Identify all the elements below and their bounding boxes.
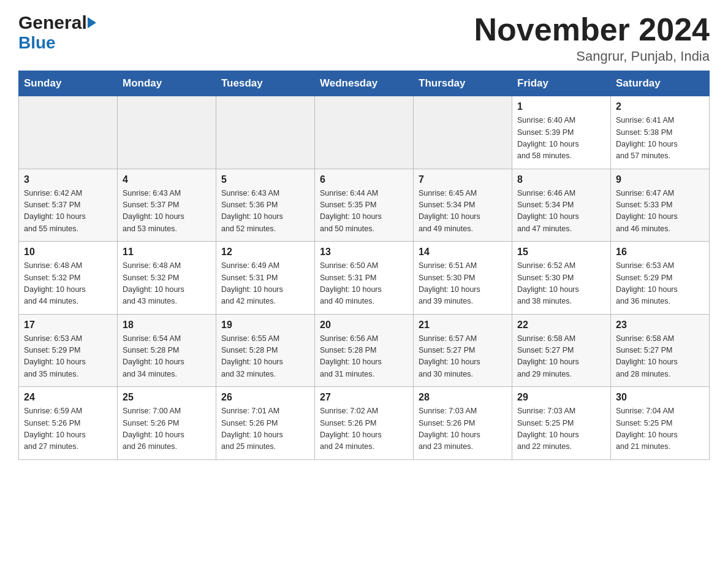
calendar-cell: 26Sunrise: 7:01 AM Sunset: 5:26 PM Dayli… bbox=[216, 387, 315, 460]
calendar-cell: 6Sunrise: 6:44 AM Sunset: 5:35 PM Daylig… bbox=[315, 169, 414, 242]
day-info: Sunrise: 7:01 AM Sunset: 5:26 PM Dayligh… bbox=[221, 405, 309, 453]
logo-blue-text: Blue bbox=[18, 33, 56, 53]
calendar-cell: 2Sunrise: 6:41 AM Sunset: 5:38 PM Daylig… bbox=[611, 96, 710, 169]
day-info: Sunrise: 6:42 AM Sunset: 5:37 PM Dayligh… bbox=[24, 188, 112, 236]
calendar-cell: 23Sunrise: 6:58 AM Sunset: 5:27 PM Dayli… bbox=[611, 314, 710, 387]
calendar-cell: 3Sunrise: 6:42 AM Sunset: 5:37 PM Daylig… bbox=[19, 169, 118, 242]
calendar-cell: 30Sunrise: 7:04 AM Sunset: 5:25 PM Dayli… bbox=[611, 387, 710, 460]
day-info: Sunrise: 6:58 AM Sunset: 5:27 PM Dayligh… bbox=[616, 333, 704, 381]
day-info: Sunrise: 6:43 AM Sunset: 5:37 PM Dayligh… bbox=[123, 188, 211, 236]
calendar-cell bbox=[19, 96, 118, 169]
day-info: Sunrise: 6:48 AM Sunset: 5:32 PM Dayligh… bbox=[123, 260, 211, 308]
calendar-cell: 4Sunrise: 6:43 AM Sunset: 5:37 PM Daylig… bbox=[118, 169, 216, 242]
day-info: Sunrise: 6:40 AM Sunset: 5:39 PM Dayligh… bbox=[517, 115, 605, 163]
day-number: 17 bbox=[24, 320, 112, 331]
day-info: Sunrise: 6:49 AM Sunset: 5:31 PM Dayligh… bbox=[221, 260, 309, 308]
day-info: Sunrise: 6:53 AM Sunset: 5:29 PM Dayligh… bbox=[24, 333, 112, 381]
calendar-cell: 7Sunrise: 6:45 AM Sunset: 5:34 PM Daylig… bbox=[414, 169, 512, 242]
day-number: 29 bbox=[517, 392, 605, 403]
weekday-header-sunday: Sunday bbox=[19, 71, 118, 96]
day-number: 12 bbox=[221, 247, 309, 258]
calendar-cell: 18Sunrise: 6:54 AM Sunset: 5:28 PM Dayli… bbox=[118, 314, 216, 387]
day-number: 13 bbox=[320, 247, 408, 258]
month-year-title: November 2024 bbox=[474, 12, 710, 47]
calendar-cell: 22Sunrise: 6:58 AM Sunset: 5:27 PM Dayli… bbox=[512, 314, 611, 387]
day-info: Sunrise: 6:45 AM Sunset: 5:34 PM Dayligh… bbox=[419, 188, 507, 236]
weekday-header-thursday: Thursday bbox=[414, 71, 512, 96]
calendar-cell: 11Sunrise: 6:48 AM Sunset: 5:32 PM Dayli… bbox=[118, 242, 216, 315]
day-number: 6 bbox=[320, 174, 408, 185]
calendar-cell: 28Sunrise: 7:03 AM Sunset: 5:26 PM Dayli… bbox=[414, 387, 512, 460]
day-number: 5 bbox=[221, 174, 309, 185]
day-number: 15 bbox=[517, 247, 605, 258]
calendar-cell: 20Sunrise: 6:56 AM Sunset: 5:28 PM Dayli… bbox=[315, 314, 414, 387]
logo: General Blue bbox=[18, 12, 96, 53]
day-info: Sunrise: 6:53 AM Sunset: 5:29 PM Dayligh… bbox=[616, 260, 704, 308]
day-number: 2 bbox=[616, 101, 704, 112]
day-number: 9 bbox=[616, 174, 704, 185]
calendar-week-row: 17Sunrise: 6:53 AM Sunset: 5:29 PM Dayli… bbox=[19, 314, 710, 387]
weekday-header-wednesday: Wednesday bbox=[315, 71, 414, 96]
calendar-cell bbox=[414, 96, 512, 169]
weekday-header-friday: Friday bbox=[512, 71, 611, 96]
page-header: General Blue November 2024 Sangrur, Punj… bbox=[18, 12, 710, 64]
day-info: Sunrise: 7:00 AM Sunset: 5:26 PM Dayligh… bbox=[123, 405, 211, 453]
day-info: Sunrise: 6:50 AM Sunset: 5:31 PM Dayligh… bbox=[320, 260, 408, 308]
calendar-cell bbox=[118, 96, 216, 169]
day-number: 16 bbox=[616, 247, 704, 258]
logo-general-text: General bbox=[18, 12, 87, 33]
day-number: 3 bbox=[24, 174, 112, 185]
day-number: 8 bbox=[517, 174, 605, 185]
calendar-cell: 27Sunrise: 7:02 AM Sunset: 5:26 PM Dayli… bbox=[315, 387, 414, 460]
calendar-cell: 16Sunrise: 6:53 AM Sunset: 5:29 PM Dayli… bbox=[611, 242, 710, 315]
calendar-cell: 15Sunrise: 6:52 AM Sunset: 5:30 PM Dayli… bbox=[512, 242, 611, 315]
day-info: Sunrise: 6:41 AM Sunset: 5:38 PM Dayligh… bbox=[616, 115, 704, 163]
day-number: 27 bbox=[320, 392, 408, 403]
day-number: 1 bbox=[517, 101, 605, 112]
day-info: Sunrise: 7:02 AM Sunset: 5:26 PM Dayligh… bbox=[320, 405, 408, 453]
calendar-week-row: 3Sunrise: 6:42 AM Sunset: 5:37 PM Daylig… bbox=[19, 169, 710, 242]
day-info: Sunrise: 6:51 AM Sunset: 5:30 PM Dayligh… bbox=[419, 260, 507, 308]
day-number: 26 bbox=[221, 392, 309, 403]
weekday-header-row: SundayMondayTuesdayWednesdayThursdayFrid… bbox=[19, 71, 710, 96]
day-number: 21 bbox=[419, 320, 507, 331]
day-info: Sunrise: 6:47 AM Sunset: 5:33 PM Dayligh… bbox=[616, 188, 704, 236]
day-number: 25 bbox=[123, 392, 211, 403]
day-info: Sunrise: 6:48 AM Sunset: 5:32 PM Dayligh… bbox=[24, 260, 112, 308]
calendar-cell: 17Sunrise: 6:53 AM Sunset: 5:29 PM Dayli… bbox=[19, 314, 118, 387]
title-section: November 2024 Sangrur, Punjab, India bbox=[474, 12, 710, 64]
day-info: Sunrise: 6:44 AM Sunset: 5:35 PM Dayligh… bbox=[320, 188, 408, 236]
day-info: Sunrise: 6:43 AM Sunset: 5:36 PM Dayligh… bbox=[221, 188, 309, 236]
calendar-cell: 9Sunrise: 6:47 AM Sunset: 5:33 PM Daylig… bbox=[611, 169, 710, 242]
day-number: 11 bbox=[123, 247, 211, 258]
calendar-cell: 24Sunrise: 6:59 AM Sunset: 5:26 PM Dayli… bbox=[19, 387, 118, 460]
day-info: Sunrise: 6:54 AM Sunset: 5:28 PM Dayligh… bbox=[123, 333, 211, 381]
day-info: Sunrise: 7:03 AM Sunset: 5:26 PM Dayligh… bbox=[419, 405, 507, 453]
day-number: 22 bbox=[517, 320, 605, 331]
day-number: 18 bbox=[123, 320, 211, 331]
calendar-table: SundayMondayTuesdayWednesdayThursdayFrid… bbox=[18, 71, 710, 460]
day-number: 24 bbox=[24, 392, 112, 403]
day-number: 4 bbox=[123, 174, 211, 185]
day-info: Sunrise: 7:04 AM Sunset: 5:25 PM Dayligh… bbox=[616, 405, 704, 453]
calendar-cell: 12Sunrise: 6:49 AM Sunset: 5:31 PM Dayli… bbox=[216, 242, 315, 315]
weekday-header-saturday: Saturday bbox=[611, 71, 710, 96]
day-number: 14 bbox=[419, 247, 507, 258]
calendar-week-row: 10Sunrise: 6:48 AM Sunset: 5:32 PM Dayli… bbox=[19, 242, 710, 315]
logo-triangle-icon bbox=[88, 17, 96, 28]
calendar-week-row: 1Sunrise: 6:40 AM Sunset: 5:39 PM Daylig… bbox=[19, 96, 710, 169]
day-info: Sunrise: 6:52 AM Sunset: 5:30 PM Dayligh… bbox=[517, 260, 605, 308]
calendar-body: 1Sunrise: 6:40 AM Sunset: 5:39 PM Daylig… bbox=[19, 96, 710, 460]
calendar-cell: 14Sunrise: 6:51 AM Sunset: 5:30 PM Dayli… bbox=[414, 242, 512, 315]
day-info: Sunrise: 6:55 AM Sunset: 5:28 PM Dayligh… bbox=[221, 333, 309, 381]
calendar-cell bbox=[216, 96, 315, 169]
day-info: Sunrise: 7:03 AM Sunset: 5:25 PM Dayligh… bbox=[517, 405, 605, 453]
location-subtitle: Sangrur, Punjab, India bbox=[474, 48, 710, 64]
calendar-cell: 19Sunrise: 6:55 AM Sunset: 5:28 PM Dayli… bbox=[216, 314, 315, 387]
day-info: Sunrise: 6:56 AM Sunset: 5:28 PM Dayligh… bbox=[320, 333, 408, 381]
calendar-cell: 5Sunrise: 6:43 AM Sunset: 5:36 PM Daylig… bbox=[216, 169, 315, 242]
day-info: Sunrise: 6:59 AM Sunset: 5:26 PM Dayligh… bbox=[24, 405, 112, 453]
day-info: Sunrise: 6:58 AM Sunset: 5:27 PM Dayligh… bbox=[517, 333, 605, 381]
calendar-cell bbox=[315, 96, 414, 169]
calendar-cell: 29Sunrise: 7:03 AM Sunset: 5:25 PM Dayli… bbox=[512, 387, 611, 460]
